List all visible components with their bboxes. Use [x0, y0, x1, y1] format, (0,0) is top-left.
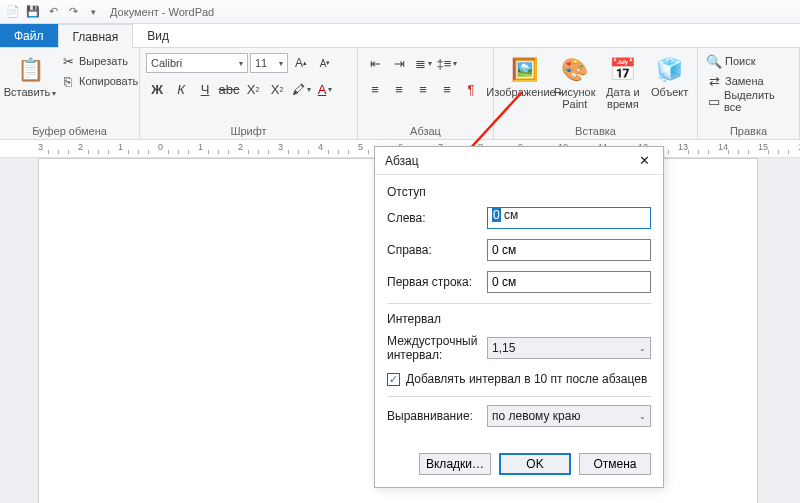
bullets-icon[interactable]: ≣▾: [412, 52, 434, 74]
strike-icon[interactable]: abc: [218, 78, 240, 100]
tab-home[interactable]: Главная: [58, 24, 134, 48]
line-spacing-icon[interactable]: ‡≡▾: [436, 52, 458, 74]
paragraph-dialog-icon[interactable]: ¶: [460, 78, 482, 100]
replace-icon: ⇄: [706, 73, 722, 89]
chevron-down-icon: ▾: [52, 89, 56, 98]
replace-button[interactable]: ⇄Замена: [704, 72, 766, 90]
indent-section-label: Отступ: [387, 185, 651, 199]
line-spacing-label: Междустрочный интервал:: [387, 334, 487, 362]
group-paragraph: ⇤ ⇥ ≣▾ ‡≡▾ ≡ ≡ ≡ ≡ ¶ Абзац: [358, 48, 494, 139]
indent-icon[interactable]: ⇥: [388, 52, 410, 74]
save-icon[interactable]: 💾: [24, 3, 42, 21]
group-font: Calibri▾ 11▾ A▴ A▾ Ж К Ч abc X2 X2 🖍▾ A▾…: [140, 48, 358, 139]
window-title: Документ - WordPad: [110, 6, 214, 18]
paste-button[interactable]: 📋 Вставить▾: [6, 52, 54, 101]
superscript-icon[interactable]: X2: [266, 78, 288, 100]
calendar-icon: 📅: [607, 54, 639, 86]
outdent-icon[interactable]: ⇤: [364, 52, 386, 74]
font-size-combo[interactable]: 11▾: [250, 53, 288, 73]
qat-customize-icon[interactable]: ▾: [84, 3, 102, 21]
align-left-icon[interactable]: ≡: [364, 78, 386, 100]
font-color-icon[interactable]: A▾: [314, 78, 336, 100]
align-center-icon[interactable]: ≡: [388, 78, 410, 100]
tabs-button[interactable]: Вкладки…: [419, 453, 491, 475]
tab-view[interactable]: Вид: [133, 24, 183, 47]
scissors-icon: ✂: [60, 53, 76, 69]
dialog-titlebar[interactable]: Абзац ✕: [375, 147, 663, 175]
tab-file[interactable]: Файл: [0, 24, 58, 47]
select-all-button[interactable]: ▭Выделить все: [704, 92, 793, 110]
undo-icon[interactable]: ↶: [44, 3, 62, 21]
ribbon-tabs: Файл Главная Вид: [0, 24, 800, 48]
ok-button[interactable]: OK: [499, 453, 571, 475]
app-icon: 📄: [4, 3, 22, 21]
align-right-icon[interactable]: ≡: [412, 78, 434, 100]
copy-icon: ⎘: [60, 73, 76, 89]
font-family-combo[interactable]: Calibri▾: [146, 53, 248, 73]
first-line-label: Первая строка:: [387, 275, 487, 289]
subscript-icon[interactable]: X2: [242, 78, 264, 100]
insert-object-button[interactable]: 🧊Объект: [648, 52, 691, 100]
align-justify-icon[interactable]: ≡: [436, 78, 458, 100]
interval-section-label: Интервал: [387, 312, 651, 326]
group-label-insert: Вставка: [500, 123, 691, 137]
shrink-font-icon[interactable]: A▾: [314, 52, 336, 74]
cut-button[interactable]: ✂Вырезать: [58, 52, 140, 70]
clipboard-icon: 📋: [14, 54, 46, 86]
group-label-clipboard: Буфер обмена: [6, 123, 133, 137]
insert-paint-button[interactable]: 🎨Рисунок Paint: [552, 52, 598, 112]
right-indent-label: Справа:: [387, 243, 487, 257]
copy-button[interactable]: ⎘Копировать: [58, 72, 140, 90]
right-indent-input[interactable]: [487, 239, 651, 261]
checkbox-icon: ✓: [387, 373, 400, 386]
italic-icon[interactable]: К: [170, 78, 192, 100]
insert-datetime-button[interactable]: 📅Дата и время: [602, 52, 645, 112]
alignment-label: Выравнивание:: [387, 409, 487, 423]
alignment-select[interactable]: по левому краю⌄: [487, 405, 651, 427]
paragraph-dialog: Абзац ✕ Отступ Слева: 0 см Справа: Перва…: [374, 146, 664, 488]
divider: [387, 396, 651, 397]
underline-icon[interactable]: Ч: [194, 78, 216, 100]
search-icon: 🔍: [706, 53, 722, 69]
close-icon[interactable]: ✕: [631, 150, 657, 172]
redo-icon[interactable]: ↷: [64, 3, 82, 21]
dialog-title: Абзац: [385, 154, 419, 168]
group-label-paragraph: Абзац: [364, 123, 487, 137]
quick-access-toolbar: 📄 💾 ↶ ↷ ▾: [4, 3, 102, 21]
group-insert: 🖼️Изображение▾ 🎨Рисунок Paint 📅Дата и вр…: [494, 48, 698, 139]
group-label-edit: Правка: [704, 123, 793, 137]
insert-image-button[interactable]: 🖼️Изображение▾: [500, 52, 548, 101]
find-button[interactable]: 🔍Поиск: [704, 52, 757, 70]
bold-icon[interactable]: Ж: [146, 78, 168, 100]
left-indent-label: Слева:: [387, 211, 487, 225]
picture-icon: 🖼️: [508, 54, 540, 86]
grow-font-icon[interactable]: A▴: [290, 52, 312, 74]
palette-icon: 🎨: [559, 54, 591, 86]
select-all-icon: ▭: [706, 93, 721, 109]
highlight-icon[interactable]: 🖍▾: [290, 78, 312, 100]
cancel-button[interactable]: Отмена: [579, 453, 651, 475]
left-indent-input[interactable]: 0 см: [487, 207, 651, 229]
divider: [387, 303, 651, 304]
title-bar: 📄 💾 ↶ ↷ ▾ Документ - WordPad: [0, 0, 800, 24]
group-clipboard: 📋 Вставить▾ ✂Вырезать ⎘Копировать Буфер …: [0, 48, 140, 139]
group-label-font: Шрифт: [146, 123, 351, 137]
first-line-input[interactable]: [487, 271, 651, 293]
object-icon: 🧊: [654, 54, 686, 86]
line-spacing-select[interactable]: 1,15⌄: [487, 337, 651, 359]
group-edit: 🔍Поиск ⇄Замена ▭Выделить все Правка: [698, 48, 800, 139]
add-space-checkbox[interactable]: ✓ Добавлять интервал в 10 пт после абзац…: [387, 372, 651, 386]
ribbon: 📋 Вставить▾ ✂Вырезать ⎘Копировать Буфер …: [0, 48, 800, 140]
